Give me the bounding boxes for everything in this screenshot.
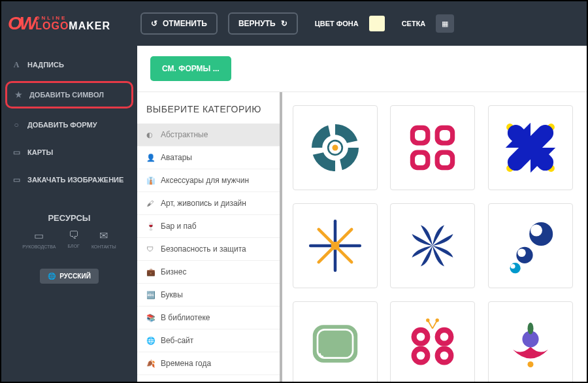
- resource-guides[interactable]: ▭ РУКОВОДСТВА: [22, 229, 56, 249]
- undo-label: ОТМЕНИТЬ: [163, 19, 207, 28]
- category-label: Бизнес: [161, 267, 186, 276]
- grid-icon: ▦: [442, 20, 448, 28]
- redo-label: ВЕРНУТЬ: [238, 19, 276, 28]
- resources-section: РЕСУРСЫ ▭ РУКОВОДСТВА 🗨 БЛОГ ✉ КОНТАКТЫ: [1, 213, 137, 249]
- undo-icon: ↺: [151, 19, 157, 28]
- category-icon: 👔: [146, 176, 154, 185]
- logo-wordmark: LOGOMAKER: [35, 21, 110, 31]
- category-item[interactable]: 💼Бизнес: [137, 261, 280, 284]
- svg-point-44: [527, 323, 533, 335]
- map-icon: ▭: [12, 148, 21, 157]
- symbol-thumbnail[interactable]: [488, 105, 573, 190]
- category-icon: 🌐: [146, 337, 154, 345]
- svg-point-41: [426, 318, 429, 322]
- mail-icon: ✉: [99, 229, 108, 242]
- symbol-thumbnail[interactable]: [293, 301, 378, 383]
- category-item-abstract[interactable]: ◐Абстрактные: [137, 124, 280, 146]
- category-label: Аватары: [161, 153, 192, 162]
- resource-contacts[interactable]: ✉ КОНТАКТЫ: [91, 229, 116, 249]
- svg-point-28: [510, 264, 515, 269]
- svg-rect-9: [440, 155, 450, 165]
- main-toolbar: СМ. ФОРМЫ ...: [137, 46, 587, 92]
- category-icon: 📚: [146, 314, 154, 322]
- category-icon: 🍂: [146, 359, 154, 368]
- book-icon: ▭: [34, 229, 44, 242]
- category-item[interactable]: 🔤Буквы: [137, 284, 280, 307]
- category-item[interactable]: 🍂Времена года: [137, 352, 280, 375]
- redo-button[interactable]: ВЕРНУТЬ ↻: [228, 12, 298, 35]
- see-forms-button[interactable]: СМ. ФОРМЫ ...: [150, 56, 231, 81]
- category-label: Веб-сайт: [161, 336, 193, 345]
- resources-title: РЕСУРСЫ: [1, 213, 137, 223]
- resource-label: БЛОГ: [67, 244, 79, 248]
- sidebar-item-add-symbol[interactable]: ★ ДОБАВИТЬ СИМВОЛ: [5, 81, 133, 108]
- sidebar-item-label: ДОБАВИТЬ СИМВОЛ: [29, 91, 104, 99]
- circle-icon: ○: [12, 120, 21, 129]
- category-label: Абстрактные: [161, 130, 208, 139]
- resource-label: КОНТАКТЫ: [91, 244, 116, 249]
- svg-rect-7: [440, 130, 450, 141]
- grid-toggle-button[interactable]: ▦: [436, 14, 454, 33]
- svg-point-45: [527, 361, 533, 367]
- symbol-thumbnail[interactable]: [390, 105, 475, 190]
- sidebar-item-upload-image[interactable]: ▭ ЗАКАЧАТЬ ИЗОБРАЖЕНИЕ: [1, 166, 137, 193]
- image-icon: ▭: [12, 175, 21, 184]
- category-item[interactable]: 🍷Бар и паб: [137, 215, 280, 238]
- symbol-thumbnail[interactable]: [390, 203, 475, 288]
- left-sidebar: A НАДПИСЬ ★ ДОБАВИТЬ СИМВОЛ ○ ДОБАВИТЬ Ф…: [1, 46, 137, 383]
- category-item[interactable]: 📚В библиотеке: [137, 307, 280, 329]
- symbol-thumbnail[interactable]: [488, 301, 573, 383]
- language-button[interactable]: 🌐 РУССКИЙ: [40, 269, 99, 284]
- category-icon: 🍷: [146, 222, 154, 231]
- category-label: Времена года: [161, 359, 211, 368]
- svg-rect-8: [415, 155, 425, 165]
- sidebar-item-maps[interactable]: ▭ КАРТЫ: [1, 139, 137, 166]
- category-label: Арт, живопись и дизайн: [161, 199, 246, 208]
- category-item[interactable]: 👤Аватары: [137, 146, 280, 169]
- category-label: Буквы: [161, 290, 183, 299]
- main-panel: СМ. ФОРМЫ ... ВЫБЕРИТЕ КАТЕГОРИЮ ◐Абстра…: [137, 46, 587, 383]
- svg-point-38: [440, 352, 449, 360]
- category-item[interactable]: 🕐Время: [137, 375, 280, 383]
- sidebar-item-text[interactable]: A НАДПИСЬ: [1, 51, 137, 78]
- bgcolor-swatch[interactable]: [369, 16, 385, 31]
- resource-label: РУКОВОДСТВА: [22, 244, 56, 249]
- category-item[interactable]: 🖌Арт, живопись и дизайн: [137, 192, 280, 215]
- svg-point-37: [417, 352, 425, 360]
- bgcolor-label: ЦВЕТ ФОНА: [315, 20, 359, 27]
- category-label: В библиотеке: [161, 313, 210, 322]
- category-item[interactable]: 👔Аксессуары для мужчин: [137, 169, 280, 192]
- top-toolbar: OW ONLINE LOGOMAKER ↺ ОТМЕНИТЬ ВЕРНУТЬ ↻…: [1, 1, 587, 46]
- logo-mark-icon: OW: [8, 13, 34, 34]
- category-icon: 🖌: [146, 199, 154, 207]
- undo-button[interactable]: ↺ ОТМЕНИТЬ: [140, 12, 218, 35]
- category-icon: ◐: [146, 131, 154, 139]
- category-icon: 🔤: [146, 291, 154, 299]
- symbol-thumbnail[interactable]: [390, 301, 475, 383]
- resource-blog[interactable]: 🗨 БЛОГ: [67, 229, 79, 249]
- sidebar-item-add-shape[interactable]: ○ ДОБАВИТЬ ФОРМУ: [1, 111, 137, 139]
- category-label: Безопасность и защита: [161, 244, 246, 254]
- brand-logo: OW ONLINE LOGOMAKER: [8, 13, 110, 34]
- svg-point-36: [440, 333, 449, 341]
- symbol-grid: [282, 92, 587, 383]
- category-item[interactable]: 🛡Безопасность и защита: [137, 238, 280, 261]
- chat-icon: 🗨: [69, 229, 79, 241]
- sidebar-item-label: ЗАКАЧАТЬ ИЗОБРАЖЕНИЕ: [27, 176, 123, 184]
- svg-point-22: [331, 242, 340, 250]
- symbol-thumbnail[interactable]: [293, 105, 378, 190]
- category-title: ВЫБЕРИТЕ КАТЕГОРИЮ: [137, 92, 280, 124]
- category-item[interactable]: 🌐Веб-сайт: [137, 329, 280, 352]
- category-icon: 🛡: [146, 245, 154, 253]
- sidebar-item-label: ДОБАВИТЬ ФОРМУ: [27, 121, 97, 129]
- symbol-thumbnail[interactable]: [293, 203, 378, 288]
- category-icon: 👤: [146, 154, 154, 162]
- sidebar-item-label: НАДПИСЬ: [27, 61, 64, 69]
- star-icon: ★: [14, 90, 23, 99]
- category-label: Аксессуары для мужчин: [161, 176, 249, 185]
- svg-point-35: [417, 333, 425, 341]
- grid-label: СЕТКА: [402, 20, 426, 27]
- symbol-thumbnail[interactable]: [488, 203, 573, 288]
- category-icon: 💼: [146, 268, 154, 276]
- text-icon: A: [12, 60, 21, 69]
